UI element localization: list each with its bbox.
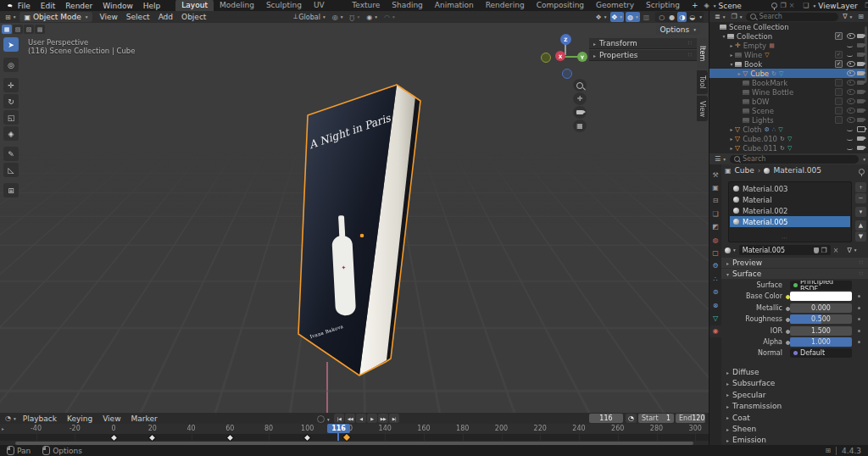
viewport-menu-select[interactable]: Select [122,13,154,21]
xray-toggle[interactable]: ▥ [642,12,652,22]
new-collection-button[interactable]: ⊞ [856,12,865,22]
auto-keyframe-toggle[interactable] [317,415,325,423]
expand-arrow-icon[interactable]: ▸ [728,136,735,142]
outliner-eye-toggle[interactable] [847,80,855,86]
outliner-editor-type-button[interactable]: ≣▾ [713,12,726,22]
material-slot-material-002[interactable]: Material.002 [730,205,850,216]
outliner-cam-toggle[interactable] [857,71,864,76]
tool-transform[interactable]: ◈ [3,126,19,141]
proportional-edit-toggle[interactable]: ◉▾ [364,12,379,22]
start-frame-field[interactable]: Start1 [638,414,674,423]
properties-tab-object[interactable]: ▢ [709,247,721,259]
gizmo-z-axis[interactable]: Z [560,34,571,45]
outliner-check-toggle[interactable]: ✓ [835,51,843,58]
timeline-menu-view[interactable]: View [97,414,125,423]
menu-file[interactable]: File [13,2,36,10]
material-slot-material[interactable]: Material [730,194,850,205]
outliner-row-empty[interactable]: ▸✛Empty▦ [709,41,865,50]
tool-select-box[interactable]: ➤ [3,37,19,52]
surface-metallic-slider[interactable]: 0.000 [790,303,852,313]
properties-tab-render[interactable]: ▣ [709,181,721,193]
outliner-eye-toggle[interactable] [847,70,855,76]
outliner-eye-toggle[interactable] [847,146,853,150]
surface-surface-field[interactable]: Principled BSDF [790,281,852,290]
outliner-eye-toggle[interactable] [847,43,853,47]
menu-render[interactable]: Render [60,2,97,10]
outliner-scrollbar[interactable] [865,26,867,82]
gizmo-negative-z[interactable] [562,69,572,79]
outliner-cam-toggle[interactable] [857,53,864,58]
new-material-icon[interactable]: ❐ [821,247,827,254]
outliner-eye-toggle[interactable] [847,89,855,95]
outliner-row-scene[interactable]: Scene [709,106,865,115]
outliner-cam-toggle[interactable] [857,146,864,151]
outliner-eye-toggle[interactable] [847,117,855,123]
keyframe-diamond[interactable] [149,434,155,440]
preview-panel-header[interactable]: ▸Preview∷ [721,258,868,268]
outliner-row-cube[interactable]: ▸▽Cube↻▽ [709,69,865,78]
workspace-tab-modeling[interactable]: Modeling [214,0,260,11]
extensions-icon[interactable]: ⊞ [825,447,831,454]
viewlayer-selector[interactable]: ❏▾ ViewLayer ❐ × [803,2,868,10]
outliner-row-lights[interactable]: Lights [709,115,865,125]
outliner-eye-toggle[interactable] [847,61,855,67]
outliner-row-wine-bottle[interactable]: Wine Bottle [709,87,865,97]
outliner-filter-dropdown[interactable]: ∇▾ [841,12,854,22]
tool-rotate[interactable]: ↻ [3,94,19,108]
workspace-tab-compositing[interactable]: Compositing [531,0,590,11]
browse-material-button[interactable]: ▾ [723,245,737,255]
animate-dot-icon[interactable] [858,307,860,309]
workspace-tab-layout[interactable]: Layout [175,0,214,11]
tool-annotate[interactable]: ✎ [3,147,19,161]
editor-type-button[interactable]: ⊞▾ [3,12,17,22]
subpanel-diffuse[interactable]: ▸Diffuse [726,367,862,377]
workspace-tab-sculpting[interactable]: Sculpting [260,0,308,11]
properties-options-caret-icon[interactable]: ▾ [863,157,865,162]
workspace-tab-geometry-nodes[interactable]: Geometry Nodes [590,0,640,11]
next-keyframe-button[interactable]: ▶▶ [378,414,388,423]
outliner-row-collection[interactable]: ▾Collection✓ [709,31,865,41]
viewport-menu-add[interactable]: Add [154,13,177,21]
list-resize-grip[interactable]: ⋯ [782,235,788,242]
outliner-cam-toggle[interactable] [857,108,864,114]
outliner-cam-toggle[interactable] [857,81,864,86]
expand-arrow-icon[interactable]: ▸ [728,126,735,132]
slot-move-up-button[interactable]: ▲ [855,220,866,231]
properties-tab-object-data[interactable]: ▽ [709,312,721,324]
play-button[interactable]: ▶ [367,414,377,423]
timeline-menu-keying[interactable]: Keying [62,414,97,423]
viewport-3d[interactable]: A Night in Paris ✦ Ivana Bakova ▦▧▨▩ Use… [0,23,709,413]
tool-move[interactable]: ✛ [3,78,19,92]
outliner-cam-toggle[interactable] [857,90,864,95]
keyframe-diamond[interactable] [110,434,116,440]
outliner-check-toggle[interactable] [835,88,843,96]
workspace-tab-uv-editing[interactable]: UV Editing [308,0,346,11]
select-mode-intersect[interactable]: ▩ [35,25,45,34]
keyframe-diamond[interactable] [227,434,233,440]
material-filter-dropdown[interactable]: ∇▾ [845,245,858,255]
timeline-ruler[interactable]: -40-200204060801001201401601802002202402… [0,424,709,434]
viewport-menu-object[interactable]: Object [177,13,210,21]
outliner-check-toggle[interactable] [835,79,843,86]
shading-material-button[interactable]: ◑ [677,12,687,22]
timeline-channel[interactable] [0,434,709,441]
outliner-row-wine[interactable]: ▸Wine▽✓ [709,50,865,59]
expand-arrow-icon[interactable]: ▸ [736,70,743,76]
timeline-menu-playback[interactable]: Playback [18,414,62,423]
surface-normal-field[interactable]: Default [790,348,852,358]
pan-button[interactable]: ✛ [573,92,587,105]
add-slot-button[interactable]: ＋ [855,182,866,192]
autokey-caret-icon[interactable]: ▾ [327,417,330,422]
properties-editor-type-button[interactable]: ☰▾ [713,154,727,164]
material-slot-material-003[interactable]: Material.003 [730,183,850,194]
npanel-tab-view[interactable]: View [697,96,708,121]
animate-dot-icon[interactable] [858,341,860,343]
jump-to-start-button[interactable]: |◀ [334,414,344,423]
properties-tab-constraints[interactable]: ⊗ [709,299,721,311]
orientation-dropdown[interactable]: ⟂Global▾ [292,12,327,22]
outliner-cam-toggle[interactable] [857,62,864,67]
select-mode-set[interactable]: ▦ [2,25,12,34]
slot-specials-button[interactable]: ▾ [855,207,866,217]
npanel-tab-item[interactable]: Item [697,38,708,69]
workspace-tab-rendering[interactable]: Rendering [480,0,531,11]
